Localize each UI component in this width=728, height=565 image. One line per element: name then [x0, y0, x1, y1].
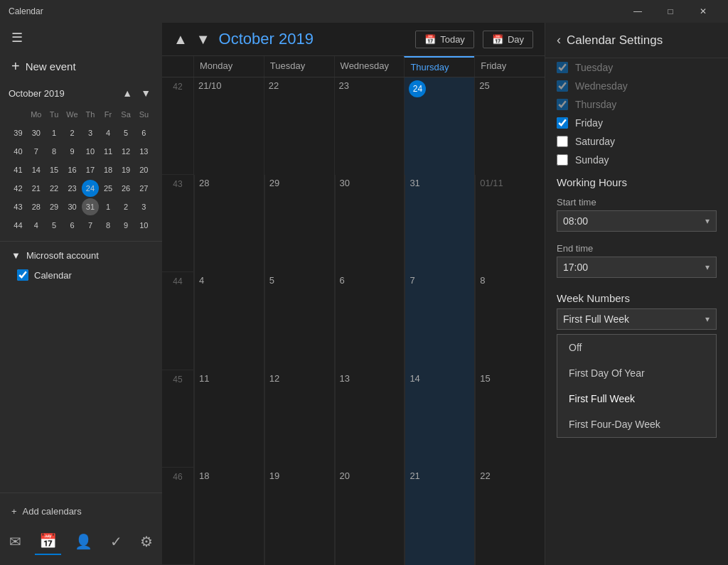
maximize-button[interactable]: □	[654, 0, 687, 23]
cal-today-btn[interactable]: 📅 Today	[415, 31, 474, 48]
cal-cell[interactable]: 01/11	[475, 175, 545, 272]
mini-cal-day[interactable]: 7	[28, 143, 45, 160]
mini-cal-day[interactable]: 15	[46, 161, 63, 178]
mini-cal-day[interactable]: 22	[46, 180, 63, 197]
cal-prev-btn[interactable]: ▲	[173, 31, 188, 48]
saturday-checkbox[interactable]	[557, 136, 568, 147]
cal-view-btn[interactable]: 📅 Day	[483, 31, 533, 48]
friday-checkbox[interactable]	[557, 117, 568, 129]
mini-cal-day[interactable]: 20	[136, 161, 152, 178]
cal-next-btn[interactable]: ▼	[196, 31, 210, 48]
mini-cal-day[interactable]: 17	[82, 161, 98, 178]
mini-cal-day[interactable]: 7	[82, 217, 98, 234]
mini-cal-day[interactable]: 9	[64, 143, 81, 160]
mini-cal-day[interactable]: 1	[46, 124, 63, 141]
cal-cell[interactable]: 28	[194, 175, 264, 272]
mini-cal-day[interactable]: 29	[46, 198, 63, 215]
account-header[interactable]: ▼ Microsoft account	[11, 250, 151, 261]
mini-cal-day[interactable]: 3	[136, 198, 152, 215]
cal-cell-today[interactable]: 14	[405, 370, 474, 468]
mini-cal-day[interactable]: 30	[64, 198, 81, 215]
dropdown-item-first-four-day[interactable]: First Four-Day Week	[557, 411, 716, 437]
cal-cell[interactable]: 13	[335, 370, 405, 468]
cal-cell[interactable]: 23	[335, 77, 405, 175]
mini-cal-day[interactable]: 14	[28, 161, 45, 178]
cal-cell[interactable]: 29	[264, 175, 334, 272]
cal-cell[interactable]: 4	[194, 272, 264, 370]
week-numbers-select[interactable]: Off First Day Of Year First Full Week Fi…	[557, 308, 717, 330]
cal-cell[interactable]: 18	[194, 468, 264, 565]
mini-cal-day[interactable]: 28	[28, 198, 45, 215]
mini-cal-day[interactable]: 4	[28, 217, 45, 234]
mini-cal-day[interactable]: 6	[64, 217, 81, 234]
cal-cell[interactable]: 11	[194, 370, 264, 468]
mini-cal-day[interactable]: 1	[100, 198, 117, 215]
hamburger-menu[interactable]: ☰	[11, 30, 23, 45]
dropdown-item-first-day-of-year[interactable]: First Day Of Year	[557, 360, 716, 386]
cal-cell-today[interactable]: 21	[405, 468, 474, 565]
cal-cell[interactable]: 30	[335, 175, 405, 272]
mini-cal-day[interactable]: 12	[117, 143, 134, 160]
end-time-select[interactable]: 17:00 18:00	[557, 257, 717, 278]
new-event-button[interactable]: + New event	[0, 53, 162, 80]
calendar-nav-btn[interactable]: 📅	[35, 528, 61, 555]
wednesday-checkbox[interactable]	[557, 80, 568, 92]
mini-cal-next[interactable]: ▼	[138, 86, 154, 100]
sunday-checkbox[interactable]	[557, 154, 568, 166]
thursday-checkbox[interactable]	[557, 99, 568, 110]
cal-cell-today[interactable]: 24	[405, 77, 474, 175]
close-button[interactable]: ✕	[687, 0, 719, 23]
mini-cal-day[interactable]: 10	[82, 143, 98, 160]
minimize-button[interactable]: —	[621, 0, 654, 23]
mail-nav-btn[interactable]: ✉	[5, 528, 26, 555]
cal-cell[interactable]: 19	[264, 468, 334, 565]
calendar-checkbox[interactable]	[17, 269, 28, 281]
cal-cell[interactable]: 15	[475, 370, 545, 468]
mini-cal-day[interactable]: 11	[100, 143, 117, 160]
mini-cal-day[interactable]: 16	[64, 161, 81, 178]
add-calendars-button[interactable]: + Add calendars	[0, 499, 162, 524]
cal-cell[interactable]: 12	[264, 370, 334, 468]
cal-cell[interactable]: 21/10	[194, 77, 264, 175]
mini-cal-day[interactable]: 8	[46, 143, 63, 160]
cal-cell[interactable]: 8	[475, 272, 545, 370]
mini-cal-day[interactable]: 8	[100, 217, 117, 234]
cal-cell-today[interactable]: 7	[405, 272, 474, 370]
dropdown-item-off[interactable]: Off	[557, 335, 716, 360]
cal-cell[interactable]: 20	[335, 468, 405, 565]
mini-cal-day[interactable]: 5	[117, 124, 134, 141]
settings-nav-btn[interactable]: ⚙	[136, 528, 157, 555]
mini-cal-prev[interactable]: ▲	[119, 86, 135, 100]
mini-cal-day[interactable]: 19	[117, 161, 134, 178]
dropdown-item-first-full-week[interactable]: First Full Week	[557, 386, 716, 411]
mini-cal-day[interactable]: 30	[28, 124, 45, 141]
mini-cal-day[interactable]: 23	[64, 180, 81, 197]
cal-cell[interactable]: 22	[475, 468, 545, 565]
calendar-item[interactable]: Calendar	[11, 267, 151, 284]
cal-cell[interactable]: 25	[475, 77, 545, 175]
mini-cal-day[interactable]: 6	[136, 124, 152, 141]
mini-cal-today[interactable]: 31	[82, 198, 98, 215]
mini-cal-day[interactable]: 3	[82, 124, 98, 141]
mini-cal-day[interactable]: 2	[64, 124, 81, 141]
mini-cal-day[interactable]: 27	[136, 180, 152, 197]
cal-cell[interactable]: 5	[264, 272, 334, 370]
mini-cal-day[interactable]: 25	[100, 180, 117, 197]
tasks-nav-btn[interactable]: ✓	[106, 528, 127, 555]
start-time-select[interactable]: 08:00 09:00	[557, 210, 717, 232]
mini-cal-day[interactable]: 5	[46, 217, 63, 234]
mini-cal-day[interactable]: 9	[117, 217, 134, 234]
mini-cal-day[interactable]: 2	[117, 198, 134, 215]
mini-cal-day[interactable]: 13	[136, 143, 152, 160]
cal-cell[interactable]: 22	[264, 77, 334, 175]
tuesday-checkbox[interactable]	[557, 62, 568, 73]
mini-cal-selected-day[interactable]: 24	[82, 180, 98, 197]
mini-cal-day[interactable]: 18	[100, 161, 117, 178]
mini-cal-day[interactable]: 4	[100, 124, 117, 141]
mini-cal-day[interactable]: 21	[28, 180, 45, 197]
mini-cal-day[interactable]: 26	[117, 180, 134, 197]
cal-cell-today[interactable]: 31	[405, 175, 474, 272]
mini-cal-day[interactable]: 10	[136, 217, 152, 234]
people-nav-btn[interactable]: 👤	[70, 528, 97, 555]
cal-cell[interactable]: 6	[335, 272, 405, 370]
